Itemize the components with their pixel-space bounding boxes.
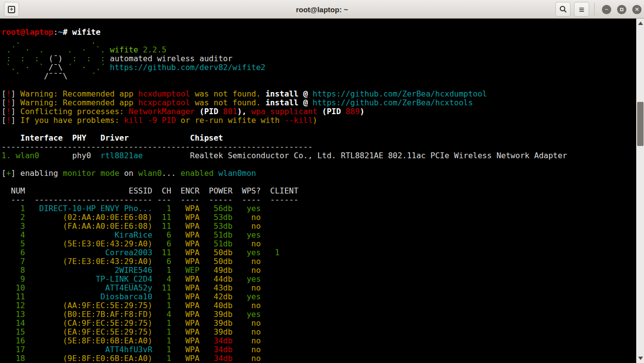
minimize-icon: − [605, 7, 608, 12]
scroll-down-arrow-icon[interactable] [638, 357, 643, 360]
terminal-output: root@laptop:~# wifite . . .´ · . . · `. … [1, 19, 636, 363]
close-button[interactable]: ✕ [632, 5, 642, 14]
scrollbar [636, 19, 644, 363]
scrollbar-thumb[interactable] [637, 102, 644, 146]
scroll-up-arrow-icon[interactable] [638, 22, 643, 25]
search-button[interactable] [555, 2, 571, 17]
maximize-button[interactable] [617, 5, 626, 14]
close-icon: ✕ [635, 7, 639, 12]
titlebar-separator [594, 3, 595, 16]
terminal[interactable]: root@laptop:~# wifite . . .´ · . . · `. … [0, 19, 636, 363]
search-icon [559, 5, 567, 13]
titlebar: + root@laptop: ~ ≡ − ✕ [0, 0, 644, 19]
titlebar-controls: ≡ − ✕ [555, 0, 642, 19]
window-title: root@laptop: ~ [0, 0, 644, 19]
hamburger-menu-icon: ≡ [579, 5, 584, 14]
minimize-button[interactable]: − [602, 5, 611, 14]
maximize-icon [620, 8, 623, 11]
menu-button[interactable]: ≡ [574, 2, 589, 17]
